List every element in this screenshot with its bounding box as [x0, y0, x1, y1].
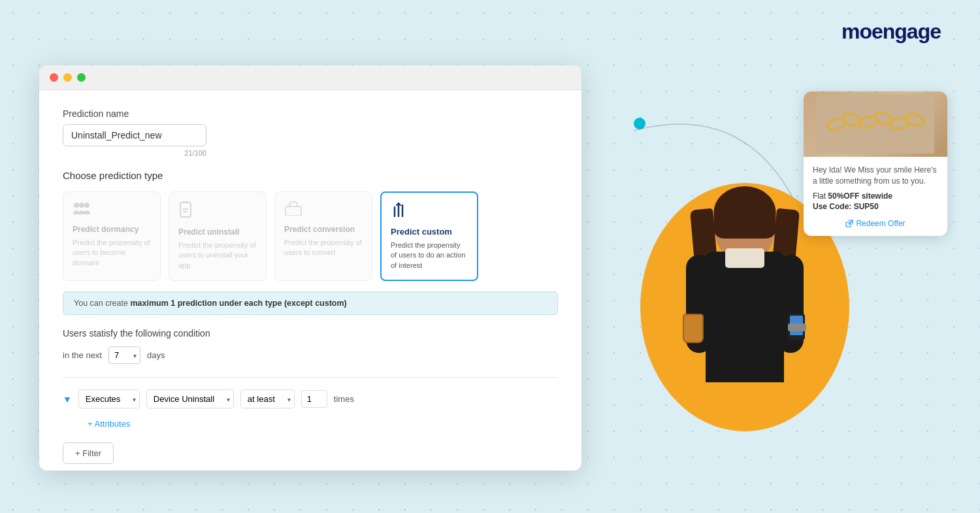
condition-prefix: in the next [63, 350, 102, 360]
condition-row: in the next 7 14 30 days [63, 346, 558, 364]
condition-title: Users statisfy the following condition [63, 328, 558, 339]
dormancy-title: Predict dormancy [73, 225, 151, 234]
pred-card-custom[interactable]: Predict custom Predict the propensity of… [380, 191, 478, 281]
char-count: 21/100 [63, 149, 206, 157]
window-body: Prediction name 21/100 Choose prediction… [39, 90, 581, 469]
prediction-name-input[interactable] [63, 124, 206, 146]
maximize-button[interactable] [77, 73, 86, 82]
choose-type-title: Choose prediction type [63, 170, 558, 181]
device-uninstall-select-wrapper: Device Uninstall [146, 389, 234, 408]
conversion-icon [284, 201, 363, 220]
uninstall-title: Predict uninstall [178, 227, 257, 237]
minimize-button[interactable] [63, 73, 72, 82]
redeem-offer-link[interactable]: Redeem Offer [813, 219, 938, 228]
svg-point-1 [79, 203, 84, 208]
notif-offer: Flat 50%OFF sitewide Use Code: SUP50 [813, 191, 938, 213]
uninstall-desc: Predict the propensity of users to unins… [178, 240, 257, 271]
right-section: Hey Ida! We Miss your smile Here's a lit… [601, 52, 960, 457]
redeem-offer-label: Redeem Offer [856, 219, 905, 228]
info-banner: You can create maximum 1 prediction unde… [63, 291, 558, 315]
pred-card-conversion[interactable]: Predict conversion Predict the propensit… [274, 191, 372, 281]
filter-button[interactable]: + Filter [63, 442, 114, 464]
window-titlebar [39, 65, 581, 90]
prediction-cards-container: Predict dormancy Predict the propensity … [63, 191, 558, 281]
svg-point-2 [84, 203, 90, 208]
svg-rect-7 [286, 207, 301, 216]
pred-card-dormancy[interactable]: Predict dormancy Predict the propensity … [63, 191, 161, 281]
notif-body: Hey Ida! We Miss your smile Here's a lit… [804, 157, 947, 236]
dormancy-icon [73, 201, 151, 220]
days-select[interactable]: 7 14 30 [108, 346, 140, 364]
svg-point-0 [74, 203, 79, 208]
attributes-link[interactable]: + Attributes [88, 419, 130, 429]
count-wrapper [301, 390, 327, 408]
external-link-icon [845, 220, 853, 227]
notif-image [804, 91, 947, 157]
close-button[interactable] [50, 73, 58, 82]
info-banner-highlight: maximum 1 prediction under each type (ex… [130, 299, 346, 308]
pred-card-uninstall[interactable]: Predict uninstall Predict the propensity… [169, 191, 267, 281]
conversion-title: Predict conversion [284, 225, 363, 234]
days-select-wrapper: 7 14 30 [108, 346, 140, 364]
moengage-logo: moengage [841, 20, 941, 44]
notification-card: Hey Ida! We Miss your smile Here's a lit… [804, 91, 947, 236]
notif-greeting: Hey Ida! We Miss your smile Here's a lit… [813, 165, 938, 187]
executes-select-wrapper: Executes [78, 389, 140, 408]
jewelry-svg [817, 95, 934, 154]
times-label: times [334, 394, 354, 404]
dormancy-desc: Predict the propensity of users to becom… [73, 238, 151, 268]
count-input[interactable] [301, 390, 327, 408]
filter-arrow-icon: ▼ [63, 394, 72, 405]
main-window: Prediction name 21/100 Choose prediction… [39, 65, 581, 471]
condition-suffix: days [147, 350, 165, 360]
custom-title: Predict custom [391, 227, 468, 237]
notif-offer-bold: 50%OFF sitewide [828, 191, 892, 201]
device-uninstall-select[interactable]: Device Uninstall [146, 389, 234, 408]
uninstall-icon [178, 201, 257, 222]
prediction-name-label: Prediction name [63, 108, 558, 119]
section-divider [63, 377, 558, 378]
at-least-select[interactable]: at least at most exactly [240, 389, 295, 408]
filter-row: ▼ Executes Device Uninstall at least at … [63, 389, 558, 408]
executes-select[interactable]: Executes [78, 389, 140, 408]
prediction-name-container [63, 124, 558, 146]
at-least-select-wrapper: at least at most exactly [240, 389, 295, 408]
svg-rect-4 [183, 201, 188, 203]
notif-use-code: Use Code: SUP50 [813, 202, 879, 211]
custom-icon [391, 202, 468, 222]
conversion-desc: Predict the propensity of users to conve… [284, 238, 363, 258]
custom-desc: Predict the propensity of users to do an… [391, 240, 468, 271]
